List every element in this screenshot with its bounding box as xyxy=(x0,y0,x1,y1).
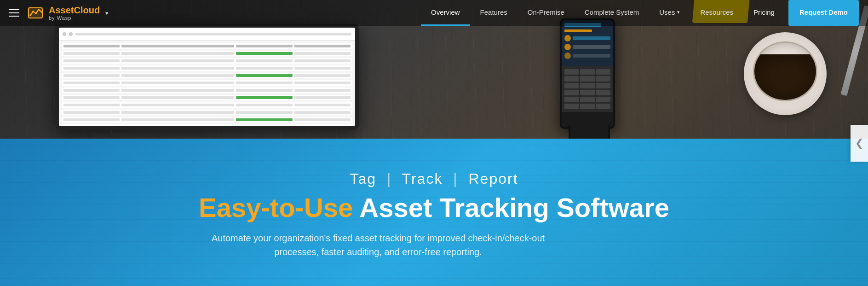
nav-features[interactable]: Features xyxy=(470,0,517,26)
tagline-tag: Tag xyxy=(350,170,376,187)
navbar-left: AssetCloud by Wasp ▾ xyxy=(9,4,109,22)
scanner-keypad xyxy=(562,66,613,112)
logo-area[interactable]: AssetCloud by Wasp ▾ xyxy=(26,4,109,22)
logo-name: AssetCloud xyxy=(49,5,100,15)
nav-resources[interactable]: Resources xyxy=(690,0,743,26)
logo-text: AssetCloud by Wasp xyxy=(49,5,100,21)
logo-chevron-icon[interactable]: ▾ xyxy=(105,10,109,17)
hero-subtext: Automate your organization's fixed asset… xyxy=(199,231,558,259)
scanner-screen xyxy=(562,20,613,66)
logo-byline: by Wasp xyxy=(49,15,100,21)
nav-overview[interactable]: Overview xyxy=(421,0,470,26)
navbar: AssetCloud by Wasp ▾ Overview Features O… xyxy=(0,0,868,26)
coffee-cup xyxy=(753,41,817,101)
tagline-sep1: | xyxy=(387,170,391,187)
hero-lower-content: Tag | Track | Report Easy-to-Use Asset T… xyxy=(199,170,669,259)
hero-lower-section: Tag | Track | Report Easy-to-Use Asset T… xyxy=(0,139,868,286)
nav-on-premise[interactable]: On-Premise xyxy=(517,0,575,26)
side-scroll-arrow[interactable]: ❮ xyxy=(851,125,868,162)
nav-pricing[interactable]: Pricing xyxy=(743,0,785,26)
nav-links: Overview Features On-Premise Complete Sy… xyxy=(421,0,859,26)
coffee-cup-area xyxy=(739,23,831,124)
tagline-report: Report xyxy=(468,170,518,187)
svg-point-3 xyxy=(32,11,34,12)
tablet-device xyxy=(55,24,359,130)
hero-heading: Easy-to-Use Asset Tracking Software xyxy=(199,193,669,222)
nav-uses[interactable]: Uses▾ xyxy=(649,0,690,26)
tablet-body xyxy=(59,41,355,130)
svg-point-6 xyxy=(41,12,43,13)
nav-uses-arrow-icon: ▾ xyxy=(677,9,680,15)
coffee-liquid xyxy=(754,54,816,100)
nav-complete-system[interactable]: Complete System xyxy=(575,0,649,26)
hero-tagline: Tag | Track | Report xyxy=(199,170,669,187)
tagline-sep2: | xyxy=(453,170,458,187)
tablet-screen xyxy=(59,28,355,126)
hero-heading-main: Asset Tracking Software xyxy=(353,193,669,222)
chevron-left-icon: ❮ xyxy=(855,137,863,149)
svg-point-5 xyxy=(38,9,40,11)
logo-asset: Asset xyxy=(49,5,74,15)
hero-section: AssetCloud by Wasp ▾ Overview Features O… xyxy=(0,0,868,286)
logo-icon xyxy=(26,4,45,22)
logo-cloud: Cloud xyxy=(74,5,100,15)
hamburger-menu-icon[interactable] xyxy=(9,9,19,17)
nav-request-demo-button[interactable]: Request Demo xyxy=(788,0,859,26)
svg-point-4 xyxy=(35,12,37,14)
svg-point-2 xyxy=(29,14,31,16)
tagline-track: Track xyxy=(402,170,443,187)
scanner-device xyxy=(560,18,615,129)
hero-heading-accent: Easy-to-Use xyxy=(199,193,353,222)
tablet-header xyxy=(59,28,355,41)
